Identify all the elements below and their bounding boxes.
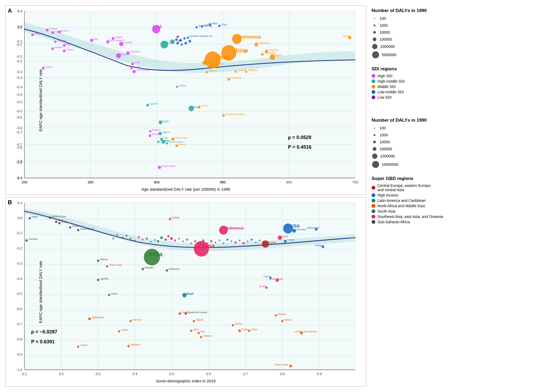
svg-point-64 [63, 49, 65, 52]
svg-text:0.1: 0.1 [17, 9, 22, 13]
svg-text:Oman: Oman [251, 328, 258, 331]
svg-text:Sudan: Sudan [121, 329, 128, 331]
svg-text:Sweden: Sweden [34, 32, 43, 35]
svg-text:Indonesia: Indonesia [240, 34, 261, 39]
svg-text:-0.6: -0.6 [16, 307, 22, 311]
svg-point-353 [263, 241, 265, 243]
svg-text:Afghanistan: Afghanistan [91, 316, 104, 319]
svg-point-342 [219, 240, 220, 241]
svg-text:Uganda: Uganda [100, 277, 109, 280]
svg-text:Mali: Mali [204, 24, 208, 26]
svg-point-349 [247, 240, 248, 242]
svg-point-60 [58, 31, 61, 33]
svg-text:Timor-Leste: Timor-Leste [109, 264, 122, 266]
svg-point-114 [157, 141, 159, 143]
svg-text:200: 200 [22, 180, 28, 184]
svg-text:-0.3: -0.3 [16, 261, 22, 265]
svg-text:Iceland: Iceland [55, 46, 62, 49]
svg-text:Lebanon: Lebanon [203, 335, 212, 337]
legend-size-5500000-label: 5500000 [382, 53, 396, 57]
svg-point-293 [193, 320, 195, 322]
svg-point-78 [119, 42, 124, 46]
legend-sdi-middle: Middle SDI [372, 84, 543, 89]
legend-b-size-100-label: 100 [380, 126, 386, 130]
svg-text:Yemen: Yemen [80, 344, 88, 347]
svg-point-299 [200, 336, 202, 338]
legend-sdi-low-label: Low SDI [377, 95, 392, 99]
svg-point-336 [194, 240, 196, 242]
charts-area: A EAPC-age standardized DALY rate Age st… [0, 0, 369, 392]
svg-point-367 [372, 161, 379, 168]
svg-text:China: China [198, 243, 215, 249]
svg-text:-0.7: -0.7 [16, 130, 22, 134]
svg-text:Saudi Arabia: Saudi Arabia [275, 363, 288, 366]
svg-point-163 [184, 42, 187, 44]
svg-text:Chile: Chile [134, 61, 140, 64]
svg-point-62 [51, 47, 54, 50]
legend-b-size-1000000: 1000000 [372, 153, 543, 159]
svg-point-330 [154, 239, 156, 241]
svg-point-338 [202, 239, 204, 241]
svg-text:South Korea: South Korea [136, 69, 150, 71]
legend-sdi-low-middle: Low-middle SDI [372, 90, 543, 94]
panel-b-svg: 0.1 0.0 -0.1 -0.2 -0.3 -0.4 -0.5 -0.6 -0… [6, 197, 366, 386]
svg-point-253 [106, 265, 108, 267]
svg-text:Jordan: Jordan [235, 322, 242, 325]
svg-text:ρ = −0.0287: ρ = −0.0287 [31, 329, 57, 335]
svg-text:Guinea: Guinea [72, 225, 80, 227]
svg-text:Brunei: Brunei [259, 285, 266, 288]
svg-text:Argentina: Argentina [130, 50, 141, 53]
panel-a-x-axis-label: Age standardized DALY rate (per 100000) … [141, 187, 230, 191]
svg-point-145 [227, 78, 230, 80]
svg-text:Indonesia: Indonesia [226, 226, 244, 230]
svg-text:Botswana: Botswana [231, 76, 242, 79]
svg-text:Equatorial Guinea: Equatorial Guinea [188, 311, 207, 313]
svg-point-285 [169, 218, 171, 220]
svg-text:700: 700 [352, 180, 358, 184]
svg-text:400: 400 [154, 180, 160, 184]
svg-text:0.5: 0.5 [169, 372, 174, 376]
svg-text:-0.5: -0.5 [16, 100, 22, 104]
legend-size-100000-label: 100000 [380, 37, 392, 41]
svg-point-116 [166, 142, 168, 144]
svg-text:Australia: Australia [123, 41, 133, 44]
svg-text:0.2: 0.2 [59, 372, 64, 376]
legend-b-size-100000: 100000 [372, 146, 543, 152]
svg-point-305 [238, 329, 241, 332]
svg-text:Northern Mariana Isl...: Northern Mariana Isl... [190, 35, 214, 37]
svg-text:ρ = 0.0529: ρ = 0.0529 [288, 134, 311, 140]
svg-point-159 [179, 39, 182, 42]
svg-text:-0.9: -0.9 [16, 352, 22, 356]
svg-text:Algeria: Algeria [162, 131, 170, 133]
svg-text:P = 0.4516: P = 0.4516 [288, 144, 311, 150]
legend-sdi-low-middle-icon [372, 90, 375, 94]
legend-b-size-10000000-label: 10000000 [382, 162, 398, 167]
svg-text:0.6: 0.6 [206, 372, 211, 376]
panel-b-label: B [8, 199, 12, 206]
svg-text:Egypt: Egypt [162, 120, 169, 122]
svg-text:Philippines: Philippines [258, 42, 270, 44]
svg-text:Spain: Spain [66, 43, 72, 45]
svg-point-237 [97, 279, 99, 281]
svg-text:Lebanon: Lebanon [160, 139, 169, 142]
svg-text:600: 600 [286, 180, 292, 184]
svg-text:Niger: Niger [32, 216, 38, 218]
legend-region-central-europe-label: Central Europe, eastern Europe,and centr… [377, 183, 431, 192]
svg-text:Myanmar: Myanmar [268, 49, 279, 51]
svg-text:500: 500 [220, 180, 226, 184]
svg-point-147 [222, 114, 225, 117]
legend-daly-title-top: Number of DALYs in 1990 [372, 8, 543, 13]
svg-point-118 [146, 104, 149, 106]
svg-point-257 [166, 269, 168, 271]
svg-point-82 [126, 51, 130, 55]
svg-point-319 [170, 237, 173, 240]
legend-region-south-asia-label: South Asia [377, 209, 395, 213]
svg-text:Cyprus: Cyprus [45, 66, 53, 68]
svg-text:India: India [149, 251, 163, 258]
svg-text:0.8: 0.8 [280, 372, 285, 376]
legend-region-latin-america-icon [372, 199, 375, 202]
svg-point-363 [374, 134, 376, 136]
legend-region-high-income-icon [372, 193, 375, 197]
svg-text:Palestine: Palestine [130, 343, 140, 346]
legend-b-size-10000000: 10000000 [372, 160, 543, 168]
